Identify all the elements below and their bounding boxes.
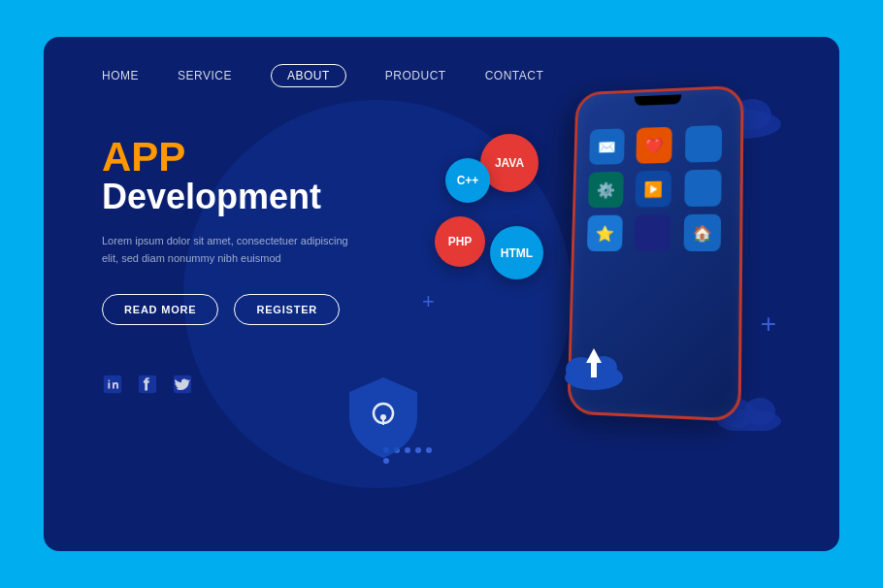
app-icon-home: 🏠	[683, 214, 721, 251]
bubble-cpp: C++	[445, 158, 490, 203]
svg-point-8	[744, 398, 775, 425]
hero-title-main: Development	[102, 177, 412, 217]
app-icon-8	[635, 214, 671, 251]
hero-description: Lorem ipsum dolor sit amet, consectetuer…	[102, 233, 354, 267]
hero-title-highlight: APP	[102, 134, 412, 180]
plus-right: +	[761, 309, 776, 340]
hero-content: APP Development Lorem ipsum dolor sit am…	[102, 134, 412, 395]
nav-home[interactable]: HOME	[102, 69, 139, 82]
nav-contact[interactable]: CONTACT	[485, 69, 544, 82]
linkedin-icon[interactable]	[102, 374, 123, 395]
hero-buttons: READ MORE REGISTER	[102, 294, 412, 325]
app-icon-heart: ❤️	[637, 127, 672, 164]
facebook-icon[interactable]	[137, 374, 158, 395]
phone-mockup: ✉️ ❤️ ⚙️ ▶️ ⭐ 🏠	[568, 85, 742, 415]
nav-service[interactable]: SERVICE	[178, 69, 232, 82]
app-icon-email: ✉️	[589, 128, 625, 165]
plus-left: +	[422, 289, 435, 314]
read-more-button[interactable]: READ MORE	[102, 294, 218, 325]
cloud-upload-icon	[560, 339, 628, 396]
app-icon-star: ⭐	[587, 215, 623, 251]
phone-notch	[635, 94, 681, 106]
bubble-php: PHP	[435, 216, 485, 267]
main-card: HOME SERVICE ABOUT PRODUCT CONTACT + + A…	[44, 37, 839, 551]
register-button[interactable]: REGISTER	[234, 294, 340, 325]
bubble-html: HTML	[490, 226, 543, 279]
nav-product[interactable]: PRODUCT	[385, 69, 446, 82]
nav-about[interactable]: ABOUT	[271, 64, 346, 87]
app-icon-3	[685, 125, 722, 163]
svg-rect-11	[382, 419, 384, 425]
shield-icon	[344, 373, 422, 464]
navbar: HOME SERVICE ABOUT PRODUCT CONTACT	[102, 64, 781, 87]
app-icon-6	[684, 170, 721, 207]
app-icon-settings: ⚙️	[588, 172, 624, 208]
twitter-icon[interactable]	[172, 374, 193, 395]
app-icon-play: ▶️	[636, 171, 672, 208]
phone-apps-grid: ✉️ ❤️ ⚙️ ▶️ ⭐ 🏠	[573, 106, 740, 262]
